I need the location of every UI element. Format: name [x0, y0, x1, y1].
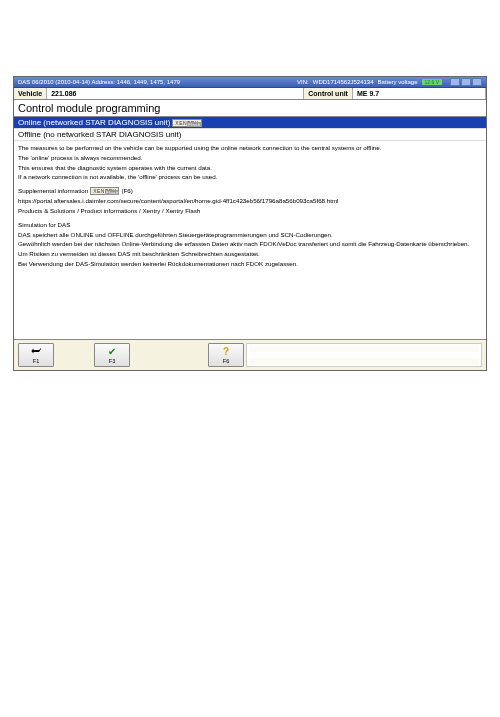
help-icon: ? [223, 347, 229, 357]
body-p2: The 'online' process is always recommend… [18, 154, 482, 162]
control-unit-value: ME 9.7 [352, 88, 486, 99]
f3-button[interactable]: ✔ F3 [94, 343, 130, 367]
titlebar: DAS 06/2010 (2010-04-14) Address: 1446, … [14, 77, 486, 88]
xentry-badge: XENTRY Flash [172, 119, 201, 127]
f6-button[interactable]: ? F6 [208, 343, 244, 367]
vin-value: WDD1714562J524134 [313, 79, 374, 85]
vin-label: VIN: [297, 79, 309, 85]
control-unit-label: Control unit [304, 88, 352, 99]
body-p3: This ensures that the diagnostic system … [18, 164, 482, 172]
redacted-area [246, 343, 482, 367]
function-key-bar: ⮨ F1 ✔ F3 ? F6 [14, 340, 486, 370]
battery-label: Battery voltage [378, 79, 418, 85]
sim-p1: DAS speichert alle ONLINE und OFFLINE du… [18, 231, 482, 239]
vehicle-value: 221.086 [46, 88, 304, 99]
content-pane: The measures to be performed on the vehi… [14, 141, 486, 340]
body-p4: If a network connection is not available… [18, 173, 482, 181]
back-icon: ⮨ [31, 347, 41, 357]
titlebar-text: DAS 06/2010 (2010-04-14) Address: 1446, … [18, 79, 180, 85]
sim-title: Simulation for DAS [18, 221, 482, 229]
vehicle-label: Vehicle [14, 88, 46, 99]
supp-path: Products & Solutions / Product informati… [18, 207, 482, 215]
sim-p2: Gewöhnlich werden bei der nächsten Onlin… [18, 240, 482, 248]
sim-p3: Um Risiken zu vermeiden ist dieses DAS m… [18, 250, 482, 258]
minimize-button[interactable] [450, 78, 460, 86]
close-button[interactable] [472, 78, 482, 86]
maximize-button[interactable] [461, 78, 471, 86]
das-window: DAS 06/2010 (2010-04-14) Address: 1446, … [13, 76, 487, 371]
f1-button[interactable]: ⮨ F1 [18, 343, 54, 367]
vehicle-header: Vehicle 221.086 Control unit ME 9.7 [14, 88, 486, 100]
option-online-label: Online (networked STAR DIAGNOSIS unit) [18, 118, 170, 127]
check-icon: ✔ [108, 347, 116, 357]
option-online[interactable]: Online (networked STAR DIAGNOSIS unit) X… [14, 117, 486, 129]
body-p1: The measures to be performed on the vehi… [18, 144, 482, 152]
supp-hint: (F6) [121, 187, 132, 195]
window-controls [450, 78, 482, 86]
supp-url: https://portal.aftersales.i.daimler.com/… [18, 197, 482, 205]
sim-p4: Bei Verwendung der DAS-Simulation werden… [18, 260, 482, 268]
option-offline-label: Offline (no networked STAR DIAGNOSIS uni… [18, 130, 181, 139]
section-title: Control module programming [14, 100, 486, 117]
supp-label: Supplemental information [18, 187, 88, 195]
xentry-badge-small: XENTRY Flash [90, 187, 119, 195]
battery-value: 12.6 V [422, 79, 442, 85]
option-offline[interactable]: Offline (no networked STAR DIAGNOSIS uni… [14, 129, 486, 141]
